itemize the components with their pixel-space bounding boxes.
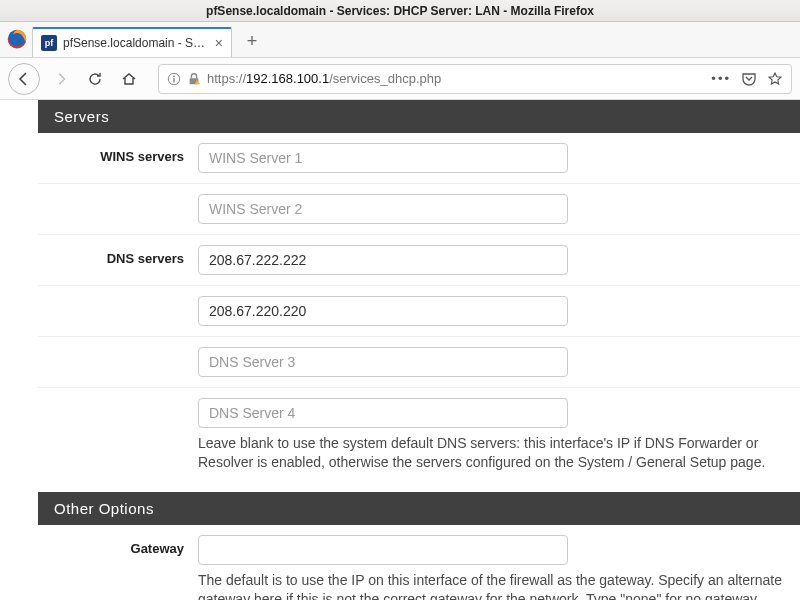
browser-navbar: https://192.168.100.1/services_dhcp.php … xyxy=(0,58,800,100)
gateway-input[interactable] xyxy=(198,535,568,565)
tab-title: pfSense.localdomain - Se… xyxy=(63,36,211,50)
dns-servers-label: DNS servers xyxy=(38,245,198,275)
page-content: Servers WINS servers DNS servers xyxy=(0,100,800,600)
dns-server-4-input[interactable] xyxy=(198,398,568,428)
gateway-help-text: The default is to use the IP on this int… xyxy=(198,571,784,600)
tab-close-icon[interactable]: × xyxy=(215,35,223,51)
pfsense-favicon: pf xyxy=(41,35,57,51)
section-header-servers: Servers xyxy=(38,100,800,133)
pocket-icon[interactable] xyxy=(741,71,757,87)
url-text: https://192.168.100.1/services_dhcp.php xyxy=(207,71,441,86)
window-titlebar: pfSense.localdomain - Services: DHCP Ser… xyxy=(0,0,800,22)
nav-reload-button[interactable] xyxy=(82,66,108,92)
wins-server-1-input[interactable] xyxy=(198,143,568,173)
lock-warning-icon[interactable] xyxy=(187,72,201,86)
browser-tab-active[interactable]: pf pfSense.localdomain - Se… × xyxy=(32,27,232,57)
nav-forward-button xyxy=(48,66,74,92)
wins-server-2-input[interactable] xyxy=(198,194,568,224)
browser-tabstrip: pf pfSense.localdomain - Se… × + xyxy=(0,22,800,58)
svg-rect-3 xyxy=(173,78,174,82)
url-bar[interactable]: https://192.168.100.1/services_dhcp.php … xyxy=(158,64,792,94)
section-header-other-options: Other Options xyxy=(38,492,800,525)
section-other-options: Gateway The default is to use the IP on … xyxy=(38,525,800,600)
gateway-label: Gateway xyxy=(38,535,198,600)
dns-server-3-input[interactable] xyxy=(198,347,568,377)
page-actions-icon[interactable]: ••• xyxy=(711,71,731,86)
section-servers: WINS servers DNS servers xyxy=(38,133,800,482)
new-tab-button[interactable]: + xyxy=(238,27,266,55)
nav-back-button[interactable] xyxy=(8,63,40,95)
svg-point-2 xyxy=(173,75,175,77)
info-icon[interactable] xyxy=(167,72,181,86)
bookmark-star-icon[interactable] xyxy=(767,71,783,87)
dns-help-text: Leave blank to use the system default DN… xyxy=(198,434,784,472)
dns-server-2-input[interactable] xyxy=(198,296,568,326)
nav-home-button[interactable] xyxy=(116,66,142,92)
dns-server-1-input[interactable] xyxy=(198,245,568,275)
firefox-app-icon xyxy=(6,28,28,50)
wins-servers-label: WINS servers xyxy=(38,143,198,173)
